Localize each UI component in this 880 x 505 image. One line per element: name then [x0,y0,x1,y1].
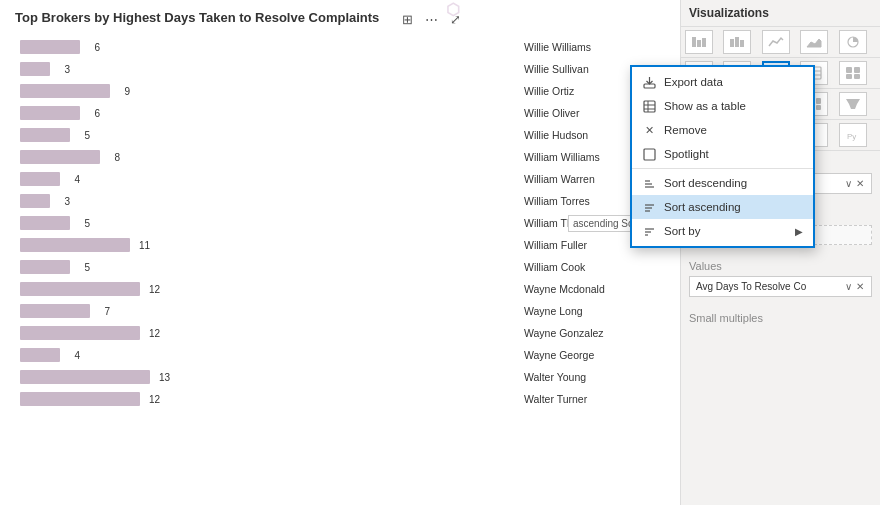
show-as-table-menuitem[interactable]: Show as a table [632,94,813,118]
filter-button[interactable]: ⊞ [398,10,417,29]
bar: 3 [20,194,50,208]
export-data-menuitem[interactable]: Export data [632,70,813,94]
chart-area: ⬡ Top Brokers by Highest Days Taken to R… [0,0,680,505]
context-menu: Export data Show as a table ✕ Remove Spo… [630,65,815,248]
svg-rect-49 [816,105,821,110]
viz-type-funnel[interactable] [839,92,867,116]
list-item: William Torres [520,191,640,211]
bar: 12 [20,282,140,296]
list-item: William Cook [520,257,640,277]
svg-marker-50 [846,99,860,109]
remove-menuitem[interactable]: ✕ Remove [632,118,813,142]
bar: 6 [20,40,80,54]
svg-rect-38 [854,67,860,73]
menu-separator-1 [632,168,813,169]
viz-type-python[interactable]: Py [839,123,867,147]
viz-type-column[interactable] [723,30,751,54]
values-section: Values Avg Days To Resolve Co ∨ ✕ [681,254,880,306]
viz-type-line[interactable] [762,30,790,54]
viz-type-pie[interactable] [839,30,867,54]
chart-toolbar: ⊞ ⋯ ⤢ [398,10,465,29]
sort-descending-label: Sort descending [664,177,747,189]
svg-rect-19 [730,39,734,47]
sort-by-label: Sort by [664,225,700,237]
chart-title: Top Brokers by Highest Days Taken to Res… [10,10,680,25]
table-row: 5 [20,213,520,233]
sort-descending-menuitem[interactable]: Sort descending [632,171,813,195]
values-field-chevron-icon[interactable]: ∨ [844,280,853,293]
svg-rect-21 [740,40,744,47]
chart-container: 6 3 9 6 5 8 4 3 5 11 5 12 7 12 4 13 12 W… [10,35,680,490]
table-row: 6 [20,37,520,57]
list-item: William Williams [520,147,640,167]
sort-by-menuitem[interactable]: Sort by ▶ [632,219,813,243]
small-multiples-section: Small multiples [681,306,880,334]
more-options-button[interactable]: ⋯ [421,10,442,29]
list-item: Walter Turner [520,389,640,409]
list-item: Wayne George [520,345,640,365]
list-item: Wayne Mcdonald [520,279,640,299]
list-item: Wayne Gonzalez [520,323,640,343]
bar: 8 [20,150,100,164]
svg-rect-39 [846,74,852,79]
list-item: Wayne Long [520,301,640,321]
list-item: Willie Williams [520,37,640,57]
bar: 5 [20,216,70,230]
table-row: 6 [20,103,520,123]
axis-field-remove-icon[interactable]: ✕ [855,177,865,190]
bar: 4 [20,172,60,186]
viz-type-area[interactable] [800,30,828,54]
show-as-table-label: Show as a table [664,100,746,112]
bar: 9 [20,84,110,98]
svg-rect-17 [697,40,701,47]
svg-rect-16 [692,37,696,47]
table-row: 12 [20,279,520,299]
spotlight-menuitem[interactable]: Spotlight [632,142,813,166]
context-menu-panel: Export data Show as a table ✕ Remove Spo… [630,65,815,248]
table-row: 8 [20,147,520,167]
spotlight-icon [642,147,656,161]
sort-ascending-menuitem[interactable]: Sort ascending [632,195,813,219]
sort-ascending-icon [642,200,656,214]
list-item: Willie Ortiz [520,81,640,101]
values-field-remove-icon[interactable]: ✕ [855,280,865,293]
svg-text:Py: Py [847,132,856,141]
export-data-label: Export data [664,76,723,88]
spotlight-label: Spotlight [664,148,709,160]
bar: 11 [20,238,130,252]
table-row: 12 [20,389,520,409]
bar: 4 [20,348,60,362]
table-row: 9 [20,81,520,101]
table-row: 11 [20,235,520,255]
bar: 6 [20,106,80,120]
axis-field-chevron-icon[interactable]: ∨ [844,177,853,190]
bar: 12 [20,326,140,340]
table-row: 5 [20,257,520,277]
table-row: 13 [20,367,520,387]
list-item: Walter Young [520,367,640,387]
focus-button[interactable]: ⤢ [446,10,465,29]
list-item: William Fuller [520,235,640,255]
visualizations-header: Visualizations [681,0,880,27]
sort-ascending-label: Sort ascending [664,201,741,213]
viz-type-stacked-bar[interactable] [685,30,713,54]
axis-field-icons: ∨ ✕ [844,177,865,190]
bar: 7 [20,304,90,318]
viz-type-matrix[interactable] [839,61,867,85]
table-row: 3 [20,59,520,79]
svg-rect-48 [816,98,821,104]
sort-by-icon [642,224,656,238]
bar: 5 [20,260,70,274]
sort-descending-icon [642,176,656,190]
svg-rect-40 [854,74,860,79]
bar: 3 [20,62,50,76]
table-row: 4 [20,345,520,365]
values-field-icons: ∨ ✕ [844,280,865,293]
table-row: 3 [20,191,520,211]
values-field[interactable]: Avg Days To Resolve Co ∨ ✕ [689,276,872,297]
broker-name-list: Willie Williams Willie Sullivan Willie O… [520,35,640,490]
remove-label: Remove [664,124,707,136]
values-field-name: Avg Days To Resolve Co [696,281,806,292]
submenu-arrow-icon: ▶ [795,226,803,237]
bar-chart-bars: 6 3 9 6 5 8 4 3 5 11 5 12 7 12 4 13 12 [10,35,520,490]
